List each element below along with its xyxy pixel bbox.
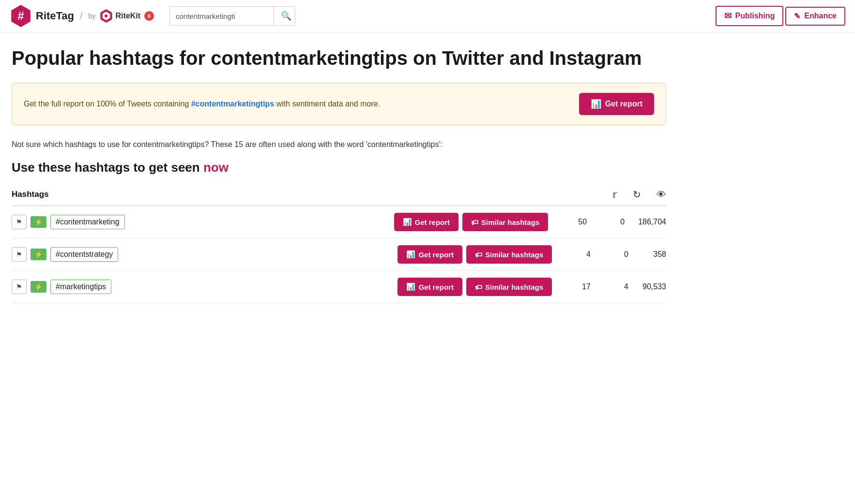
bookmark-button-1[interactable]: ⚑	[12, 247, 27, 262]
table-row: ⚑ ⚡ #contentstrategy 📊 Get report 🏷 Simi…	[12, 238, 666, 271]
banner-text-before: Get the full report on 100% of Tweets co…	[24, 100, 191, 108]
lightning-icon-2: ⚡	[34, 283, 43, 291]
get-report-banner-button[interactable]: 📊 Get report	[579, 93, 654, 115]
header-actions: ✉ Publishing ✎ Enhance	[716, 6, 845, 26]
enhance-label: Enhance	[804, 12, 837, 20]
table-rows: ⚑ ⚡ #contentmarketing 📊 Get report 🏷 Sim…	[12, 206, 666, 303]
get-report-row-button-2[interactable]: 📊 Get report	[397, 278, 462, 296]
report-banner: Get the full report on 100% of Tweets co…	[12, 83, 666, 125]
lightning-icon-0: ⚡	[34, 218, 43, 226]
bar-chart-row-icon-1: 📊	[406, 250, 415, 259]
main-content: Popular hashtags for contentmarketingtip…	[0, 32, 678, 315]
ritekit-logo: RiteKit	[99, 9, 140, 23]
description-text: Not sure which hashtags to use for conte…	[12, 139, 666, 150]
table-row: ⚑ ⚡ #contentmarketing 📊 Get report 🏷 Sim…	[12, 206, 666, 238]
retweet-count-1: 0	[604, 250, 628, 259]
retweet-count-2: 4	[604, 282, 628, 291]
search-button[interactable]: 🔍	[274, 7, 295, 25]
row-left: ⚑ ⚡ #marketingtips	[12, 280, 393, 294]
publishing-button[interactable]: ✉ Publishing	[716, 6, 784, 26]
row-actions-2: 📊 Get report 🏷 Similar hashtags	[397, 278, 552, 296]
page-title: Popular hashtags for contentmarketingtip…	[12, 47, 666, 69]
get-report-banner-label: Get report	[605, 100, 642, 108]
bar-chart-row-icon-2: 📊	[406, 282, 415, 291]
retweet-count-0: 0	[600, 218, 625, 226]
hashtag-name-1: #contentstrategy	[50, 247, 118, 262]
publishing-icon: ✉	[724, 11, 732, 21]
row-stats-0: 50 0 186,704	[563, 218, 666, 226]
row-actions-0: 📊 Get report 🏷 Similar hashtags	[394, 213, 549, 231]
row-left: ⚑ ⚡ #contentstrategy	[12, 247, 393, 262]
get-seen-prefix: Use these hashtags to get seen	[12, 160, 203, 175]
logo-hex-icon: #	[10, 5, 32, 27]
hashtag-name-0: #contentmarketing	[50, 215, 125, 229]
banner-hashtag-link[interactable]: #contentmarketingtips	[191, 100, 275, 108]
banner-text-after: with sentiment data and more.	[274, 100, 380, 108]
similar-hashtags-button-2[interactable]: 🏷 Similar hashtags	[466, 278, 552, 296]
logo-name: RiteTag	[36, 10, 74, 22]
search-area: 🔍	[169, 6, 295, 26]
search-input[interactable]	[170, 8, 274, 24]
row-actions-1: 📊 Get report 🏷 Similar hashtags	[397, 245, 552, 264]
publishing-label: Publishing	[735, 12, 775, 20]
ritekit-hex-dot	[105, 15, 107, 17]
banner-text: Get the full report on 100% of Tweets co…	[24, 100, 380, 108]
table-header: Hashtags 𝕣 ↻ 👁	[12, 185, 666, 206]
get-report-row-button-1[interactable]: 📊 Get report	[397, 245, 462, 264]
views-count-0: 186,704	[638, 218, 666, 226]
twitter-header-icon: 𝕣	[612, 189, 617, 200]
similar-hashtags-button-1[interactable]: 🏷 Similar hashtags	[466, 245, 552, 264]
enhance-icon: ✎	[794, 12, 800, 21]
bar-chart-icon: 📊	[591, 99, 601, 109]
tag-badge-1: ⚡	[31, 249, 46, 260]
lightning-icon-1: ⚡	[34, 251, 43, 258]
hashtag-name-2: #marketingtips	[50, 280, 111, 294]
views-count-1: 358	[642, 250, 666, 259]
ritekit-name: RiteKit	[115, 12, 140, 20]
tag-icon-1: 🏷	[475, 251, 482, 259]
tag-icon-0: 🏷	[471, 218, 478, 226]
row-stats-2: 17 4 90,533	[566, 282, 666, 291]
ritekit-hex-icon	[99, 9, 113, 23]
ritekit-hex-inner	[102, 12, 110, 20]
tag-badge-0: ⚡	[31, 216, 46, 228]
twitter-count-2: 17	[566, 282, 591, 291]
tag-icon-2: 🏷	[475, 283, 482, 291]
logo-divider: /	[80, 11, 83, 22]
row-stats-1: 4 0 358	[566, 250, 666, 259]
enhance-button[interactable]: ✎ Enhance	[785, 7, 845, 26]
bar-chart-row-icon-0: 📊	[403, 218, 412, 226]
views-header-icon: 👁	[657, 189, 666, 200]
logo-hash: #	[17, 9, 24, 23]
bookmark-button-0[interactable]: ⚑	[12, 215, 27, 229]
get-seen-now: now	[203, 160, 229, 175]
twitter-count-1: 4	[566, 250, 591, 259]
notification-badge[interactable]: 6	[144, 11, 154, 21]
bookmark-button-2[interactable]: ⚑	[12, 280, 27, 294]
twitter-count-0: 50	[563, 218, 587, 226]
table-row: ⚑ ⚡ #marketingtips 📊 Get report 🏷 Simila…	[12, 271, 666, 303]
get-report-row-button-0[interactable]: 📊 Get report	[394, 213, 459, 231]
logo-area: # RiteTag / by RiteKit 6	[10, 5, 154, 27]
row-left: ⚑ ⚡ #contentmarketing	[12, 215, 389, 229]
col-icons-header: 𝕣 ↻ 👁	[612, 189, 666, 200]
retweet-header-icon: ↻	[633, 189, 641, 200]
similar-hashtags-button-0[interactable]: 🏷 Similar hashtags	[462, 213, 548, 231]
col-hashtag-header: Hashtags	[12, 190, 612, 199]
tag-badge-2: ⚡	[31, 281, 46, 293]
get-seen-heading: Use these hashtags to get seen now	[12, 160, 666, 175]
views-count-2: 90,533	[642, 282, 666, 291]
header: # RiteTag / by RiteKit 6 🔍 ✉ Publishing …	[0, 0, 855, 32]
by-text: by	[89, 12, 96, 20]
